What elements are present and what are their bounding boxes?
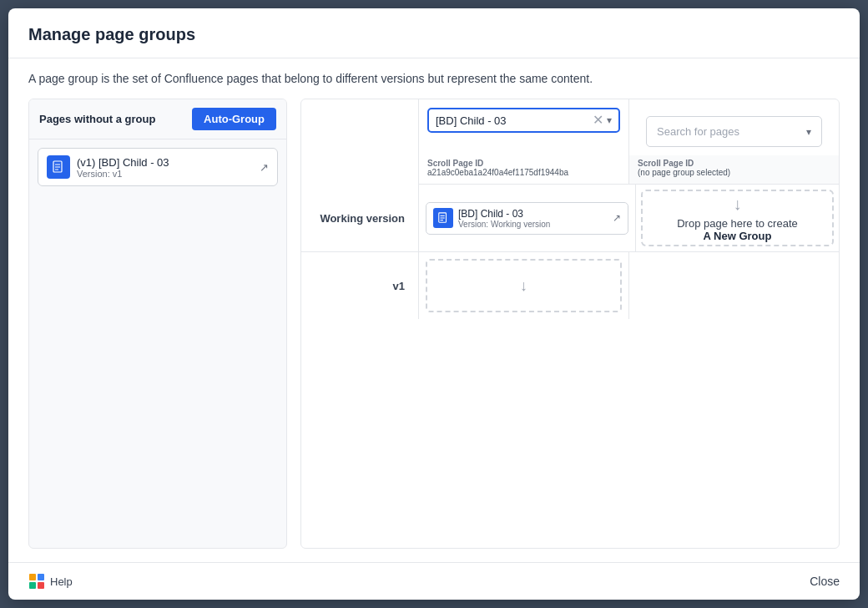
page-card-version: Version: v1 bbox=[77, 169, 253, 179]
svg-rect-10 bbox=[29, 582, 36, 589]
group1-v1-cell: ↓ bbox=[418, 252, 628, 319]
svg-rect-11 bbox=[38, 582, 44, 589]
group2-v1-cell bbox=[628, 252, 839, 319]
page-card[interactable]: (v1) [BD] Child - 03 Version: v1 ↗ bbox=[38, 148, 278, 186]
right-panel: [BD] Child - 03 ✕ ▾ Search for pages ▾ bbox=[300, 99, 840, 549]
left-panel-header: Pages without a group Auto-Group bbox=[29, 99, 286, 139]
drop-arrow-icon: ↓ bbox=[734, 195, 742, 214]
content-area: Pages without a group Auto-Group bbox=[28, 99, 840, 549]
working-version-row: Working version bbox=[301, 185, 839, 252]
auto-group-button[interactable]: Auto-Group bbox=[192, 108, 276, 130]
help-icon-svg bbox=[28, 573, 45, 590]
group1-working-cell: [BD] Child - 03 Version: Working version… bbox=[418, 185, 635, 251]
group2-working-drop-area: ↓ Drop page here to create A New Group bbox=[635, 185, 839, 251]
working-page-link-icon[interactable]: ↗ bbox=[613, 212, 621, 224]
help-label: Help bbox=[50, 575, 73, 588]
working-doc-svg bbox=[437, 212, 449, 224]
document-icon bbox=[47, 155, 70, 179]
groups-table: [BD] Child - 03 ✕ ▾ Search for pages ▾ bbox=[300, 99, 840, 549]
page-card-info: (v1) [BD] Child - 03 Version: v1 bbox=[77, 156, 253, 179]
drop-new-group-zone[interactable]: ↓ Drop page here to create A New Group bbox=[641, 190, 834, 246]
svg-rect-9 bbox=[38, 574, 44, 580]
header-group-cols: [BD] Child - 03 ✕ ▾ Search for pages ▾ bbox=[418, 99, 839, 155]
modal-subtitle: A page group is the set of Confluence pa… bbox=[28, 72, 840, 85]
modal-title: Manage page groups bbox=[28, 25, 840, 44]
manage-page-groups-modal: Manage page groups A page group is the s… bbox=[8, 8, 860, 600]
group1-chevron-icon: ▾ bbox=[607, 114, 612, 126]
group1-selector[interactable]: [BD] Child - 03 ✕ ▾ bbox=[427, 108, 620, 133]
body-group-cells-working: [BD] Child - 03 Version: Working version… bbox=[418, 185, 839, 251]
help-link[interactable]: Help bbox=[28, 573, 73, 590]
groups-header-row: [BD] Child - 03 ✕ ▾ Search for pages ▾ bbox=[301, 99, 839, 155]
svg-rect-8 bbox=[29, 574, 36, 580]
modal-header: Manage page groups bbox=[8, 8, 860, 58]
drop-new-group-text: Drop page here to create A New Group bbox=[677, 217, 798, 242]
modal-body: A page group is the set of Confluence pa… bbox=[8, 58, 860, 562]
group1-clear-icon[interactable]: ✕ bbox=[593, 114, 603, 127]
page-card-name: (v1) [BD] Child - 03 bbox=[77, 156, 253, 169]
working-page-card[interactable]: [BD] Child - 03 Version: Working version… bbox=[426, 202, 628, 235]
doc-svg bbox=[52, 160, 65, 174]
working-page-info: [BD] Child - 03 Version: Working version bbox=[458, 208, 608, 229]
scroll-id-cols: Scroll Page ID a21a9c0eba1a24f0a4ef1175d… bbox=[418, 155, 839, 185]
version-spacer bbox=[301, 99, 418, 155]
v1-row: v1 ↓ bbox=[301, 252, 839, 319]
working-page-name: [BD] Child - 03 bbox=[458, 208, 608, 220]
group2-scroll-id-value: (no page group selected) bbox=[638, 168, 830, 177]
working-doc-icon bbox=[433, 208, 453, 228]
group1-name: [BD] Child - 03 bbox=[436, 114, 589, 127]
search-for-pages-selector[interactable]: Search for pages ▾ bbox=[646, 116, 822, 147]
group2-header-col: Search for pages ▾ bbox=[628, 99, 839, 155]
scroll-id-row: Scroll Page ID a21a9c0eba1a24f0a4ef1175d… bbox=[301, 155, 839, 185]
group1-scroll-id-label: Scroll Page ID bbox=[427, 159, 620, 168]
group2-scroll-id-label: Scroll Page ID bbox=[638, 159, 830, 168]
close-button[interactable]: Close bbox=[810, 575, 840, 588]
group1-scroll-id-col: Scroll Page ID a21a9c0eba1a24f0a4ef1175d… bbox=[418, 155, 628, 185]
search-placeholder: Search for pages bbox=[657, 125, 803, 138]
group2-scroll-id-col: Scroll Page ID (no page group selected) bbox=[628, 155, 839, 185]
v1-drop-arrow-icon: ↓ bbox=[520, 277, 527, 295]
scroll-id-spacer bbox=[301, 155, 418, 185]
v1-version-label: v1 bbox=[301, 252, 418, 319]
modal-footer: Help Close bbox=[8, 562, 860, 600]
search-chevron-icon: ▾ bbox=[806, 126, 811, 138]
working-version-label: Working version bbox=[301, 185, 418, 251]
group1-v1-drop[interactable]: ↓ bbox=[426, 259, 622, 312]
body-group-cells-v1: ↓ bbox=[418, 252, 839, 319]
working-page-version: Version: Working version bbox=[458, 220, 608, 229]
group1-header-col: [BD] Child - 03 ✕ ▾ bbox=[419, 99, 628, 155]
left-panel-items: (v1) [BD] Child - 03 Version: v1 ↗ bbox=[29, 139, 286, 548]
left-panel-title: Pages without a group bbox=[39, 113, 155, 125]
drop-new-group-bold: A New Group bbox=[704, 230, 772, 242]
external-link-icon[interactable]: ↗ bbox=[260, 161, 269, 174]
left-panel: Pages without a group Auto-Group bbox=[28, 99, 287, 549]
group1-scroll-id-value: a21a9c0eba1a24f0a4ef1175df1944ba bbox=[427, 168, 620, 177]
